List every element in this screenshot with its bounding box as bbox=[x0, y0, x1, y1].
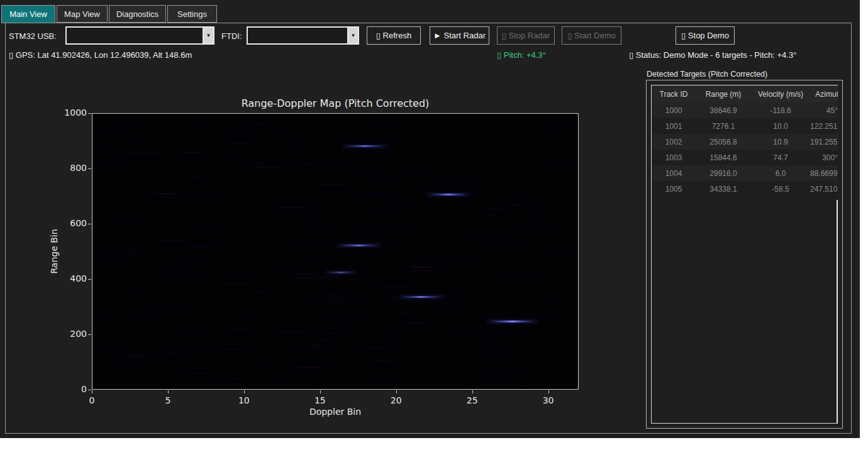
noise-speck bbox=[236, 317, 249, 318]
noise-speck bbox=[252, 363, 275, 365]
noise-speck bbox=[108, 249, 140, 250]
table-cell: 15844.6 bbox=[696, 153, 751, 162]
x-tick-mark bbox=[244, 390, 245, 393]
noise-speck bbox=[391, 297, 406, 299]
ftdi-combobox[interactable]: ▼ bbox=[247, 26, 359, 45]
noise-speck bbox=[526, 226, 552, 227]
noise-speck bbox=[132, 354, 159, 355]
noise-speck bbox=[481, 357, 512, 358]
noise-speck bbox=[250, 291, 267, 292]
target-streak bbox=[325, 272, 357, 273]
noise-speck bbox=[294, 143, 307, 145]
tab-diagnostics[interactable]: Diagnostics bbox=[109, 5, 166, 23]
table-cell: -58.5 bbox=[751, 185, 810, 194]
noise-speck bbox=[501, 331, 518, 332]
noise-speck bbox=[462, 233, 484, 234]
noise-speck bbox=[330, 302, 342, 304]
noise-speck bbox=[303, 163, 319, 164]
table-cell: 7276.1 bbox=[696, 122, 751, 131]
table-cell: 45° bbox=[810, 106, 838, 115]
x-axis-label: Doppler Bin bbox=[92, 407, 579, 417]
targets-panel-title: Detected Targets (Pitch Corrected) bbox=[647, 70, 767, 79]
noise-speck bbox=[442, 178, 472, 179]
noise-speck bbox=[308, 231, 326, 232]
noise-speck bbox=[501, 239, 515, 241]
noise-speck bbox=[320, 165, 342, 167]
noise-speck bbox=[154, 193, 173, 194]
table-cell: 1003 bbox=[652, 153, 696, 162]
noise-speck bbox=[338, 323, 351, 324]
x-tick-mark bbox=[548, 390, 549, 393]
table-cell: 191.2552 bbox=[810, 138, 838, 146]
noise-speck bbox=[173, 305, 186, 306]
y-tick-label: 400 bbox=[62, 273, 87, 283]
table-row[interactable]: 100225056.810.9191.2552 bbox=[652, 134, 838, 150]
noise-speck bbox=[230, 378, 239, 380]
y-tick-mark bbox=[88, 113, 91, 114]
demo-status-text: ▯ Status: Demo Mode - 6 targets - Pitch:… bbox=[629, 50, 796, 60]
table-row[interactable]: 100315844.674.7300° bbox=[652, 150, 838, 165]
stm32-usb-label: STM32 USB: bbox=[9, 31, 57, 41]
y-tick-label: 0 bbox=[62, 384, 87, 394]
noise-speck bbox=[105, 162, 125, 163]
noise-speck bbox=[289, 372, 320, 373]
noise-speck bbox=[196, 228, 220, 229]
noise-speck bbox=[130, 141, 142, 143]
table-row[interactable]: 10017276.110.0122.2510 bbox=[652, 118, 838, 134]
noise-speck bbox=[392, 180, 402, 182]
chart-title: Range-Doppler Map (Pitch Corrected) bbox=[92, 97, 579, 109]
noise-speck bbox=[173, 272, 199, 273]
table-cell: 25056.8 bbox=[696, 138, 751, 146]
table-row[interactable]: 100534338.1-58.5247.5104 bbox=[652, 181, 838, 197]
y-tick-mark bbox=[88, 334, 91, 335]
stop-demo-button[interactable]: ▯ Stop Demo bbox=[676, 26, 735, 45]
noise-speck bbox=[99, 346, 126, 348]
noise-speck bbox=[109, 349, 121, 350]
noise-speck bbox=[165, 352, 183, 353]
tab-settings[interactable]: Settings bbox=[167, 5, 217, 23]
noise-speck bbox=[511, 193, 521, 194]
tab-main-view[interactable]: Main View bbox=[1, 5, 55, 23]
table-cell: 10.0 bbox=[751, 122, 810, 131]
start-radar-button[interactable]: ► Start Radar bbox=[430, 26, 489, 45]
table-cell: 1000 bbox=[652, 106, 696, 115]
noise-speck bbox=[455, 258, 482, 259]
noise-speck bbox=[303, 219, 323, 220]
table-cell: 10.9 bbox=[751, 138, 810, 146]
table-cell: 1005 bbox=[652, 185, 696, 194]
table-scrollbar-track[interactable] bbox=[837, 200, 838, 424]
refresh-button[interactable]: ▯ Refresh bbox=[367, 26, 421, 45]
stop-radar-button[interactable]: ▯ Stop Radar bbox=[497, 26, 555, 45]
ftdi-combobox-dropdown-button[interactable]: ▼ bbox=[347, 28, 358, 43]
noise-speck bbox=[409, 322, 428, 324]
table-row[interactable]: 100429916.06.088.66998 bbox=[652, 165, 838, 181]
noise-speck bbox=[459, 329, 484, 331]
table-row[interactable]: 100038646.9-118.645° bbox=[652, 102, 838, 118]
noise-speck bbox=[109, 258, 116, 259]
noise-speck bbox=[367, 211, 395, 212]
noise-speck bbox=[473, 246, 503, 247]
noise-speck bbox=[183, 152, 204, 153]
start-demo-button[interactable]: ▯ Start Demo bbox=[562, 26, 621, 45]
tab-map-view[interactable]: Map View bbox=[57, 5, 108, 23]
y-tick-label: 200 bbox=[62, 329, 87, 339]
header-velocity: Velocity (m/s) bbox=[751, 90, 810, 99]
noise-speck bbox=[227, 275, 252, 276]
noise-speck bbox=[320, 339, 330, 341]
noise-speck bbox=[508, 326, 531, 327]
x-tick-mark bbox=[320, 390, 321, 393]
noise-speck bbox=[389, 292, 399, 294]
stm32-usb-combobox[interactable]: ▼ bbox=[65, 26, 214, 45]
range-doppler-heatmap[interactable] bbox=[92, 113, 579, 390]
targets-table[interactable]: Track ID Range (m) Velocity (m/s) Azimut… bbox=[651, 85, 838, 424]
noise-speck bbox=[225, 134, 242, 135]
y-tick-label: 800 bbox=[62, 163, 87, 173]
table-cell: 34338.1 bbox=[696, 185, 751, 194]
stm32-combobox-dropdown-button[interactable]: ▼ bbox=[203, 28, 213, 43]
noise-speck bbox=[411, 266, 430, 268]
table-cell: 247.5104 bbox=[810, 185, 838, 194]
noise-speck bbox=[174, 268, 185, 269]
noise-speck bbox=[123, 361, 146, 362]
noise-speck bbox=[191, 177, 206, 178]
noise-speck bbox=[494, 244, 517, 245]
